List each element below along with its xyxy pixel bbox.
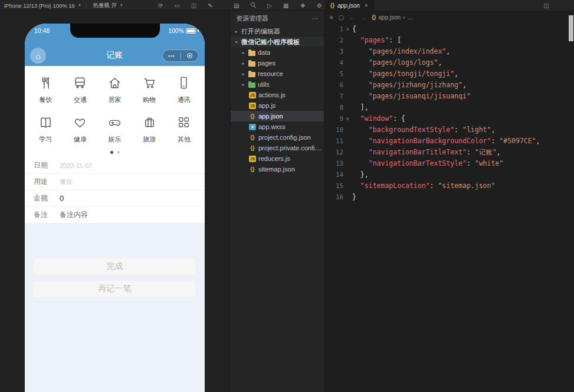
run-icon[interactable]: ▷	[267, 2, 272, 9]
form-actions: 完成再记一笔	[25, 223, 205, 392]
tree-item-file-project-private-config[interactable]: {}project.private.config.js…	[231, 143, 324, 153]
amount-field[interactable]: 金额0	[25, 190, 205, 207]
category-item[interactable]: 娱乐	[97, 115, 132, 144]
tree-item-file-project-config-json[interactable]: {}project.config.json	[231, 132, 324, 143]
toolbar-divider	[86, 2, 87, 8]
tree-item-folder-resource[interactable]: ▸resource	[231, 68, 324, 79]
code-text: "pages/jisuanqi/jisuanqi"	[352, 91, 471, 102]
device-selector[interactable]: iPhone 12/13 (Pro) 100% 16	[4, 2, 75, 9]
chevron-icon[interactable]: ▸	[241, 61, 246, 66]
breadcrumb[interactable]: {} app.json › …	[372, 14, 413, 21]
back-icon[interactable]: ←	[349, 14, 355, 21]
category-item[interactable]: 其他	[166, 115, 201, 144]
category-item[interactable]: 学习	[28, 115, 63, 144]
json-file-icon: {}	[249, 113, 256, 120]
code-text: "pages/logs/logs",	[352, 57, 442, 68]
code-text: },	[352, 169, 369, 180]
tree-item-file-actions-js[interactable]: JSactions.js	[231, 90, 324, 100]
tree-item-file-reducers-js[interactable]: JSreducers.js	[231, 153, 324, 164]
category-item[interactable]: 餐饮	[28, 75, 63, 104]
editor-panel[interactable]: ≡ ▢ ← → {} app.json › … 1∨{2 "pages": [3…	[324, 11, 574, 392]
breadcrumb-more[interactable]: …	[407, 14, 413, 21]
tree-item-folder-data[interactable]: ▸data	[231, 47, 324, 58]
tree-item-file-app-js[interactable]: JSapp.js	[231, 100, 324, 111]
battery-percent: 100%	[168, 27, 184, 34]
toolbar: iPhone 12/13 (Pro) 100% 16 ▾ 热重载 开 ▾ ⟳▭◫…	[0, 0, 574, 11]
tree-item-label: app.js	[258, 102, 275, 109]
tree-item-label: app.json	[258, 113, 283, 120]
record-again-button[interactable]: 再记一笔	[33, 280, 196, 298]
breadcrumb-file[interactable]: app.json	[378, 14, 401, 21]
pagination-dots	[25, 151, 205, 154]
exit-button[interactable]	[181, 50, 199, 61]
line-number: 14	[324, 169, 343, 180]
code-text: "pages/jizhang/jizhang",	[352, 80, 467, 91]
fold-spacer	[343, 80, 352, 91]
fold-icon[interactable]: ∨	[343, 24, 352, 35]
files-icon[interactable]: ▤	[234, 2, 239, 9]
date-field[interactable]: 日期2022-11-07	[25, 157, 205, 174]
code-editor[interactable]: 1∨{2 "pages": [3 "pages/index/index",4 "…	[324, 24, 568, 392]
more-button[interactable]: •••	[163, 50, 181, 61]
panel-icon[interactable]: ◫	[191, 2, 196, 9]
grid-icon[interactable]: ▦	[283, 2, 288, 9]
fold-icon[interactable]: ∨	[343, 113, 352, 124]
tree-item-folder-pages[interactable]: ▸pages	[231, 58, 324, 68]
tree-item-label: 打开的编辑器	[241, 27, 280, 36]
code-line: 2 "pages": [	[324, 35, 568, 46]
done-button[interactable]: 完成	[33, 258, 196, 275]
code-line: 6 "pages/jizhang/jizhang",	[324, 80, 568, 91]
chevron-icon[interactable]: ▸	[241, 82, 246, 87]
line-number: 15	[324, 180, 343, 192]
extensions-icon[interactable]: ❖	[300, 2, 306, 9]
purpose-field[interactable]: 用途餐饮	[25, 174, 205, 190]
settings-icon[interactable]: ⚙	[317, 2, 322, 9]
note-field[interactable]: 备注备注内容	[25, 207, 205, 223]
hot-reload-toggle[interactable]: 热重载 开	[93, 2, 117, 9]
category-item[interactable]: 健康	[63, 115, 98, 144]
chevron-icon[interactable]: ▸	[241, 71, 246, 77]
list-icon[interactable]: ≡	[330, 14, 333, 21]
category-item[interactable]: 购物	[132, 75, 167, 104]
tree-item-open-editors[interactable]: ▸打开的编辑器	[231, 26, 324, 37]
more-actions-icon[interactable]: ⋯	[312, 15, 319, 22]
category-item[interactable]: 交通	[63, 75, 98, 104]
cart-icon	[142, 75, 157, 93]
category-label: 其他	[178, 135, 191, 144]
forward-icon[interactable]: →	[360, 14, 366, 21]
status-time: 10:48	[34, 27, 50, 34]
tree-item-file-sitemap-json[interactable]: {}sitemap.json	[231, 164, 324, 174]
code-line: 15 "sitemapLocation": "sitemap.json"	[324, 180, 568, 192]
search-icon[interactable]	[251, 2, 256, 9]
js-file-icon: JS	[249, 156, 256, 162]
category-item[interactable]: 旅游	[132, 115, 167, 144]
entry-form: 日期2022-11-07用途餐饮金额0备注备注内容	[25, 157, 205, 223]
category-label: 学习	[39, 135, 52, 144]
restart-icon[interactable]: ⟳	[158, 2, 163, 9]
edit-icon[interactable]: ✎	[208, 2, 212, 9]
code-text: "pages": [	[352, 35, 401, 46]
category-item[interactable]: 居家	[97, 75, 132, 104]
tree-item-file-app-wxss[interactable]: #app.wxss	[231, 121, 324, 132]
scrollbar-thumb[interactable]	[569, 15, 573, 41]
tree-item-project-root[interactable]: ▾微信记账小程序模板	[231, 37, 324, 47]
chevron-icon[interactable]: ▾	[234, 39, 239, 45]
category-grid: 餐饮交通居家购物通讯学习健康娱乐旅游其他	[25, 66, 205, 146]
tab-app-json[interactable]: {} app.json ×	[325, 0, 374, 11]
chevron-icon[interactable]: ▸	[234, 29, 239, 34]
device-icon[interactable]: ▭	[174, 2, 179, 9]
tree-item-file-app-json[interactable]: {}app.json	[231, 111, 324, 121]
chevron-icon[interactable]: ▸	[241, 50, 246, 55]
category-item[interactable]: 通讯	[166, 75, 201, 104]
bookmark-icon[interactable]: ▢	[339, 14, 344, 21]
tree-item-folder-utils[interactable]: ▸utils	[231, 79, 324, 90]
phone-icon	[176, 75, 191, 93]
folder-icon	[248, 61, 255, 67]
breadcrumb-separator: ›	[403, 14, 405, 21]
close-icon[interactable]: ×	[365, 2, 368, 9]
js-file-icon: JS	[249, 103, 256, 109]
line-number: 10	[324, 124, 343, 136]
line-number: 4	[324, 57, 343, 68]
layout-icon[interactable]: ◫	[544, 0, 549, 11]
tree-item-label: app.wxss	[258, 123, 286, 130]
